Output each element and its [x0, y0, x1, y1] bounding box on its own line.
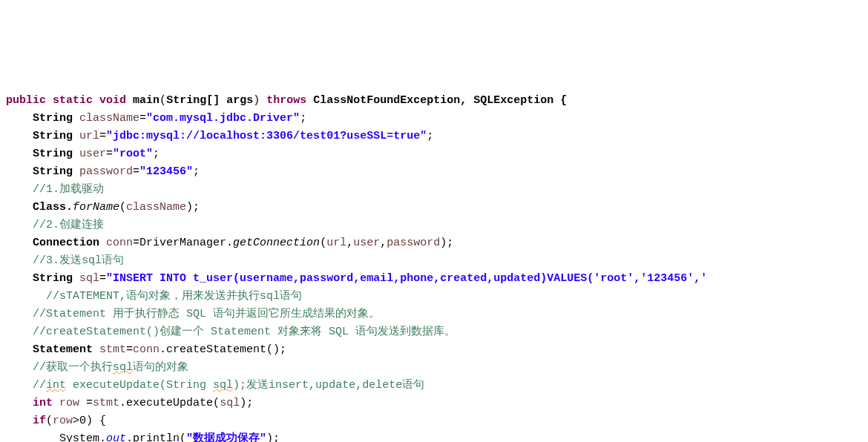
comma: ,: [346, 237, 353, 249]
op-eq: =: [106, 148, 113, 160]
brace-open: ) {: [86, 415, 106, 427]
line-19: if(row>0) {: [6, 415, 106, 427]
kw-throws: throws: [266, 94, 306, 107]
comment-underline: sql: [213, 379, 233, 392]
var-url: url: [79, 130, 99, 142]
var-row: row: [59, 397, 79, 409]
semi: ;: [193, 165, 200, 178]
semi: ;: [153, 148, 160, 160]
arg-user: user: [353, 237, 380, 249]
var-row: row: [53, 415, 73, 427]
op-gt: >: [73, 415, 79, 427]
paren: ): [253, 94, 260, 107]
comment-underline: sql: [113, 361, 133, 374]
paren: (: [160, 94, 166, 107]
arg-sql: sql: [220, 397, 240, 409]
var-stmt: stmt: [99, 343, 126, 356]
paren-close: );: [266, 432, 280, 442]
class-system: System.: [59, 432, 106, 442]
string-literal: "com.mysql.jdbc.Driver": [146, 112, 300, 125]
var-conn: conn: [133, 343, 160, 356]
comment: //2.创建连接: [33, 219, 104, 231]
comment: //1.加载驱动: [33, 183, 104, 196]
call-executeUpdate: .executeUpdate(: [119, 397, 220, 409]
class-ref: Class.: [33, 201, 73, 214]
type-string: String: [33, 165, 73, 178]
op-eq: =: [79, 397, 93, 409]
line-16: //获取一个执行sql语句的对象: [6, 361, 188, 374]
paren-close: );: [440, 237, 453, 249]
arg-className: className: [126, 201, 186, 214]
var-sql: sql: [79, 272, 99, 285]
op-eq: =: [99, 272, 106, 285]
kw-if: if: [33, 415, 46, 427]
var-user: user: [79, 148, 106, 160]
call-forName: forName: [73, 201, 119, 214]
num-zero: 0: [79, 415, 86, 427]
field-out: out: [106, 432, 126, 442]
comment: //3.发送sql语句: [33, 254, 124, 267]
type-string: String: [33, 272, 73, 285]
op-eq: =: [139, 112, 146, 125]
line-4: String user="root";: [6, 148, 160, 160]
line-2: String className="com.mysql.jdbc.Driver"…: [6, 112, 306, 125]
paren: (: [119, 201, 126, 214]
kw-void: void: [99, 94, 126, 107]
type-string: String: [33, 148, 73, 160]
string-literal: "数据成功保存": [186, 432, 266, 442]
type-statement: Statement: [33, 343, 99, 356]
kw-public: public: [6, 94, 46, 107]
paren-close: );: [186, 201, 200, 214]
line-17: //int executeUpdate(String sql);发送insert…: [6, 379, 424, 392]
expr: =DriverManager.: [133, 237, 233, 249]
comment-part: 语句的对象: [133, 361, 188, 374]
string-literal: "jdbc:mysql://localhost:3306/test01?useS…: [106, 130, 427, 142]
method-main: main: [133, 94, 160, 107]
var-conn: conn: [106, 237, 133, 249]
op-eq: =: [133, 165, 139, 178]
line-14: //createStatement()创建一个 Statement 对象来将 S…: [6, 326, 456, 338]
string-literal: "root": [113, 148, 153, 160]
line-12: //sTATEMENT,语句对象，用来发送并执行sql语句: [6, 290, 302, 303]
line-8: //2.创建连接: [6, 219, 104, 231]
line-13: //Statement 用于执行静态 SQL 语句并返回它所生成结果的对象。: [6, 308, 380, 320]
args: String[] args: [166, 94, 253, 107]
line-15: Statement stmt=conn.createStatement();: [6, 343, 286, 356]
arg-url: url: [326, 237, 346, 249]
string-literal: "INSERT INTO t_user(username,password,em…: [106, 272, 707, 285]
var-stmt: stmt: [93, 397, 119, 409]
line-7: Class.forName(className);: [6, 201, 200, 214]
type-string: String: [33, 112, 73, 125]
call-getConnection: getConnection: [233, 237, 320, 249]
var-password: password: [79, 165, 133, 178]
call-createStatement: .createStatement();: [160, 343, 286, 356]
comment-part: //获取一个执行: [33, 361, 113, 374]
op-eq: =: [99, 130, 106, 142]
semi: ;: [427, 130, 433, 142]
comment-part: executeUpdate(String: [66, 379, 213, 392]
semi: ;: [300, 112, 306, 125]
comment: //Statement 用于执行静态 SQL 语句并返回它所生成结果的对象。: [33, 308, 380, 320]
line-11: String sql="INSERT INTO t_user(username,…: [6, 272, 707, 285]
line-20: System.out.println("数据成功保存");: [6, 432, 280, 442]
line-1: public static void main(String[] args) t…: [6, 94, 567, 107]
string-literal: "123456": [139, 165, 193, 178]
line-18: int row =stmt.executeUpdate(sql);: [6, 397, 253, 409]
line-6: //1.加载驱动: [6, 183, 104, 196]
kw-static: static: [53, 94, 93, 107]
comment-underline: int: [46, 379, 66, 392]
paren: (: [320, 237, 326, 249]
comment-part: //: [33, 379, 46, 392]
paren: (: [46, 415, 53, 427]
code-block: public static void main(String[] args) t…: [6, 74, 862, 442]
line-3: String url="jdbc:mysql://localhost:3306/…: [6, 130, 433, 142]
line-5: String password="123456";: [6, 165, 200, 178]
var-className: className: [79, 112, 139, 125]
comment: //createStatement()创建一个 Statement 对象来将 S…: [33, 326, 456, 338]
line-10: //3.发送sql语句: [6, 254, 124, 267]
call-println: .println(: [126, 432, 186, 442]
kw-int: int: [33, 397, 53, 409]
type-connection: Connection: [33, 237, 106, 249]
paren-close: );: [240, 397, 253, 409]
comment-part: );发送insert,update,delete语句: [233, 379, 424, 392]
